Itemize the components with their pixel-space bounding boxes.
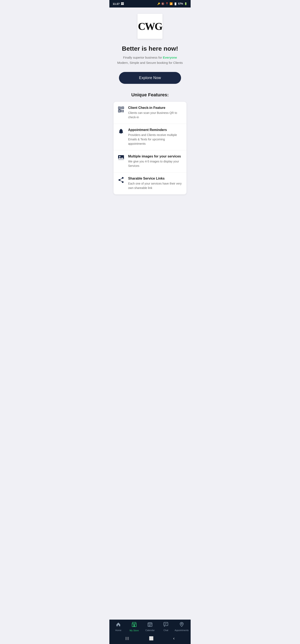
svg-point-36 bbox=[181, 623, 182, 624]
photo-icon: 🖼 bbox=[121, 2, 124, 6]
features-title: Unique Features: bbox=[131, 92, 169, 98]
hero-title: Better is here now! bbox=[122, 45, 178, 52]
svg-rect-3 bbox=[122, 108, 123, 108]
svg-rect-30 bbox=[151, 624, 151, 625]
svg-line-21 bbox=[119, 180, 123, 182]
svg-rect-28 bbox=[149, 624, 149, 625]
svg-rect-11 bbox=[121, 108, 121, 108]
feature-desc-checkin: Clients can scan your Business QR to che… bbox=[128, 111, 183, 120]
feature-desc-share: Each one of your services have their ver… bbox=[128, 182, 183, 190]
svg-rect-9 bbox=[123, 111, 124, 112]
feature-content-checkin: Client Check-in Feature Clients can scan… bbox=[128, 106, 183, 120]
feature-title-share: Sharable Service Links bbox=[128, 177, 183, 180]
svg-rect-12 bbox=[121, 108, 121, 109]
appointments-icon bbox=[179, 622, 184, 628]
svg-rect-7 bbox=[123, 110, 124, 111]
svg-rect-32 bbox=[150, 626, 150, 626]
hero-subtitle2: Modern, Simple and Secure booking for Cl… bbox=[117, 61, 183, 64]
feature-content-share: Sharable Service Links Each one of your … bbox=[128, 177, 183, 190]
battery-icon: 🔋 bbox=[184, 2, 187, 5]
signal-icon: ▐▌ bbox=[174, 2, 177, 5]
store-icon bbox=[131, 622, 137, 628]
nav-label-home: Home bbox=[115, 629, 121, 632]
svg-rect-8 bbox=[122, 111, 122, 112]
svg-rect-14 bbox=[118, 109, 120, 110]
home-button[interactable]: ⬜ bbox=[145, 635, 158, 642]
status-bar: 11:27 🖼 🔑 🔇 📍 📶 ▐▌ 57% 🔋 bbox=[109, 0, 191, 8]
svg-rect-1 bbox=[119, 108, 120, 108]
nav-container: Home My Store bbox=[109, 620, 191, 644]
share-icon bbox=[117, 177, 125, 183]
svg-line-20 bbox=[119, 178, 123, 180]
time-display: 11:27 bbox=[113, 2, 120, 6]
chat-icon bbox=[163, 622, 168, 628]
feature-item-share: Sharable Service Links Each one of your … bbox=[114, 172, 186, 194]
hero-subtitle: Finally superior business for Everyone bbox=[123, 55, 177, 60]
feature-title-reminders: Appointment Reminders bbox=[128, 128, 183, 132]
feature-item-checkin: Client Check-in Feature Clients can scan… bbox=[114, 102, 186, 124]
logo-text: CWG bbox=[138, 21, 162, 32]
svg-rect-5 bbox=[119, 111, 120, 112]
nav-item-mystore[interactable]: My Store bbox=[126, 622, 142, 632]
svg-rect-10 bbox=[121, 107, 121, 107]
svg-rect-29 bbox=[150, 624, 150, 625]
nav-item-home[interactable]: Home bbox=[110, 622, 126, 632]
svg-rect-13 bbox=[121, 109, 121, 112]
svg-rect-23 bbox=[134, 625, 135, 627]
logo-container: CWG bbox=[137, 14, 163, 39]
svg-point-16 bbox=[119, 156, 120, 157]
feature-title-checkin: Client Check-in Feature bbox=[128, 106, 183, 110]
nav-item-appointments[interactable]: Appointments bbox=[174, 622, 190, 632]
nav-label-calendar: Calendar bbox=[145, 629, 155, 632]
feature-content-images: Multiple images for your services We giv… bbox=[128, 154, 183, 168]
svg-rect-6 bbox=[122, 110, 122, 111]
battery-label: 57% bbox=[178, 2, 183, 5]
bell-icon bbox=[117, 128, 125, 135]
explore-now-button[interactable]: Explore Now bbox=[119, 72, 181, 84]
key-icon: 🔑 bbox=[157, 2, 160, 5]
bottom-nav: Home My Store bbox=[109, 620, 191, 633]
features-list: Client Check-in Feature Clients can scan… bbox=[114, 102, 186, 194]
nav-label-chat: Chat bbox=[163, 629, 168, 632]
calendar-icon bbox=[147, 622, 153, 628]
nav-item-calendar[interactable]: Calendar bbox=[142, 622, 158, 632]
status-icons: 🔑 🔇 📍 📶 ▐▌ 57% 🔋 bbox=[157, 2, 187, 5]
svg-rect-31 bbox=[149, 626, 149, 626]
recent-apps-button[interactable]: ||| bbox=[121, 636, 133, 641]
feature-title-images: Multiple images for your services bbox=[128, 154, 183, 158]
svg-rect-33 bbox=[164, 622, 168, 626]
mute-icon: 🔇 bbox=[161, 2, 164, 5]
location-icon: 📍 bbox=[165, 2, 169, 5]
nav-label-appointments: Appointments bbox=[175, 629, 189, 632]
feature-item-reminders: Appointment Reminders Providers and Clie… bbox=[114, 124, 186, 150]
feature-content-reminders: Appointment Reminders Providers and Clie… bbox=[128, 128, 183, 146]
wifi-icon: 📶 bbox=[170, 2, 173, 5]
back-button[interactable]: ‹ bbox=[169, 635, 179, 642]
home-icon bbox=[116, 622, 121, 628]
feature-desc-images: We give you 4-5 images to display your S… bbox=[128, 159, 183, 168]
system-nav-bar: ||| ⬜ ‹ bbox=[109, 633, 191, 644]
status-time: 11:27 🖼 bbox=[113, 2, 124, 6]
nav-item-chat[interactable]: Chat bbox=[158, 622, 174, 632]
image-icon bbox=[117, 155, 125, 160]
subtitle-text-1: Finally superior business for bbox=[123, 56, 163, 59]
nav-label-mystore: My Store bbox=[130, 629, 139, 632]
feature-item-images: Multiple images for your services We giv… bbox=[114, 150, 186, 172]
subtitle-highlight: Everyone bbox=[163, 56, 177, 59]
qr-code-icon bbox=[117, 106, 125, 112]
main-content: CWG Better is here now! Finally superior… bbox=[109, 8, 191, 226]
feature-desc-reminders: Providers and Clients receive multiple E… bbox=[128, 133, 183, 146]
